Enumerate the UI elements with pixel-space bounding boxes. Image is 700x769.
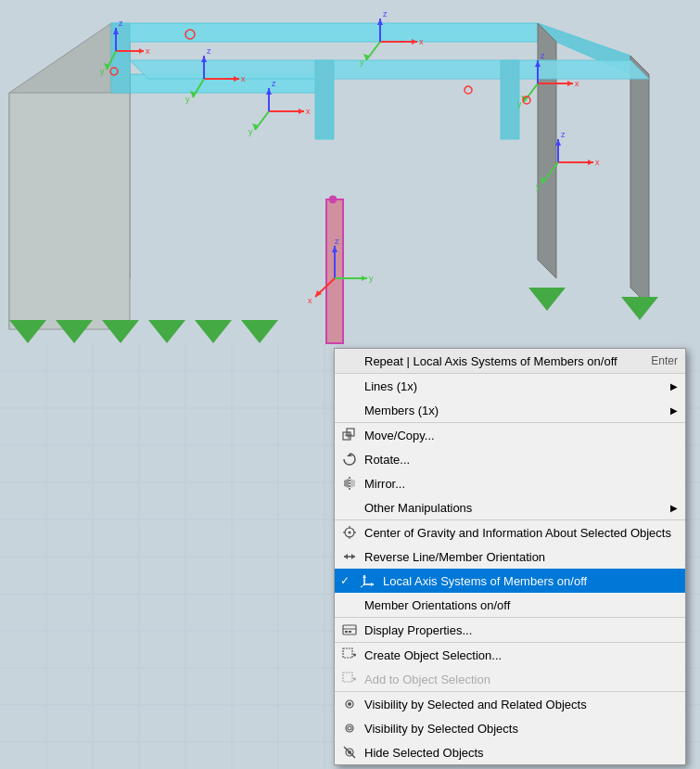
local-axis-icon	[359, 571, 377, 590]
menu-item-other-manip[interactable]: Other Manipulations ▶	[335, 495, 685, 519]
svg-text:z: z	[541, 51, 545, 60]
menu-item-rotate[interactable]: Rotate...	[335, 447, 685, 471]
menu-item-vis-related[interactable]: Visibility by Selected and Related Objec…	[335, 691, 685, 716]
svg-marker-117	[350, 479, 355, 488]
menu-item-create-sel[interactable]: Create Object Selection...	[335, 642, 685, 667]
menu-item-vis-selected[interactable]: Visibility by Selected Objects	[335, 716, 685, 740]
svg-text:z: z	[207, 46, 211, 56]
svg-marker-28	[315, 60, 519, 79]
other-manip-arrow: ▶	[670, 503, 678, 513]
svg-text:y: y	[248, 127, 253, 136]
svg-marker-130	[363, 575, 366, 578]
add-sel-label: Add to Object Selection	[364, 673, 678, 686]
svg-text:x: x	[419, 37, 424, 46]
svg-text:y: y	[360, 58, 364, 67]
svg-text:x: x	[146, 46, 150, 56]
svg-marker-128	[371, 583, 374, 586]
svg-line-131	[361, 584, 364, 587]
display-props-icon	[340, 621, 359, 639]
menu-item-local-axis[interactable]: ✓ Local Axis Systems of Members on/off	[335, 569, 685, 593]
svg-marker-116	[344, 479, 349, 488]
menu-header-label: Repeat | Local Axis Systems of Members o…	[364, 354, 632, 368]
center-gravity-icon	[340, 523, 359, 542]
svg-text:z: z	[119, 19, 123, 28]
svg-marker-31	[315, 60, 334, 139]
svg-rect-135	[349, 631, 351, 633]
svg-text:z: z	[561, 130, 566, 139]
svg-text:y: y	[536, 182, 541, 191]
create-sel-label: Create Object Selection...	[364, 648, 678, 662]
center-gravity-label: Center of Gravity and Information About …	[364, 526, 678, 540]
menu-header-item[interactable]: Repeat | Local Axis Systems of Members o…	[335, 349, 685, 374]
svg-text:y: y	[185, 95, 190, 104]
svg-text:x: x	[595, 158, 600, 167]
reverse-line-icon	[340, 547, 359, 566]
lines-icon	[340, 377, 359, 395]
members-label: Members (1x)	[364, 404, 661, 417]
svg-marker-27	[130, 60, 334, 79]
svg-text:y: y	[100, 67, 105, 76]
menu-item-center-gravity[interactable]: Center of Gravity and Information About …	[335, 519, 685, 545]
svg-marker-125	[344, 554, 348, 559]
other-manip-icon	[340, 498, 359, 517]
svg-marker-24	[630, 56, 649, 306]
members-icon	[340, 401, 359, 419]
svg-point-148	[348, 750, 351, 754]
menu-item-hide-selected[interactable]: Hide Selected Objects	[335, 740, 685, 764]
menu-item-members[interactable]: Members (1x) ▶	[335, 398, 685, 422]
svg-marker-32	[501, 60, 519, 139]
svg-text:y: y	[369, 274, 374, 283]
rotate-icon	[340, 450, 359, 468]
menu-header-shortcut: Enter	[651, 354, 678, 367]
menu-item-member-orient[interactable]: Member Orientations on/off	[335, 593, 685, 617]
svg-rect-132	[343, 625, 356, 634]
svg-point-143	[348, 702, 351, 706]
create-sel-icon	[340, 646, 359, 664]
svg-text:z: z	[383, 9, 388, 19]
svg-text:x: x	[306, 107, 311, 116]
menu-item-add-sel: Add to Object Selection	[335, 667, 685, 691]
member-orient-icon	[340, 596, 359, 614]
menu-item-move-copy[interactable]: Move/Copy...	[335, 422, 685, 447]
header-icon	[340, 352, 359, 370]
reverse-line-label: Reverse Line/Member Orientation	[364, 550, 678, 564]
other-manip-label: Other Manipulations	[364, 501, 661, 515]
svg-text:x: x	[575, 79, 579, 88]
svg-text:x: x	[308, 296, 312, 305]
svg-rect-139	[343, 673, 352, 682]
vis-related-label: Visibility by Selected and Related Objec…	[364, 698, 678, 711]
rotate-label: Rotate...	[364, 453, 678, 467]
vis-related-icon	[340, 695, 359, 713]
svg-text:y: y	[517, 99, 522, 109]
lines-label: Lines (1x)	[364, 379, 661, 393]
member-orient-label: Member Orientations on/off	[364, 598, 678, 612]
menu-item-mirror[interactable]: Mirror...	[335, 471, 685, 495]
vis-selected-icon	[340, 719, 359, 737]
checkmark-icon: ✓	[340, 574, 355, 587]
svg-text:x: x	[241, 74, 246, 83]
menu-item-reverse-line[interactable]: Reverse Line/Member Orientation	[335, 545, 685, 569]
menu-item-display-props[interactable]: Display Properties...	[335, 617, 685, 642]
svg-rect-136	[343, 648, 352, 658]
mirror-icon	[340, 474, 359, 493]
display-props-label: Display Properties...	[364, 623, 678, 637]
local-axis-label: Local Axis Systems of Members on/off	[383, 574, 678, 588]
hide-selected-label: Hide Selected Objects	[364, 746, 678, 760]
svg-marker-126	[351, 554, 355, 559]
mirror-label: Mirror...	[364, 477, 678, 491]
svg-text:z: z	[272, 79, 276, 88]
menu-item-lines[interactable]: Lines (1x) ▶	[335, 374, 685, 398]
move-copy-label: Move/Copy...	[364, 429, 678, 442]
vis-selected-label: Visibility by Selected Objects	[364, 722, 678, 736]
svg-rect-134	[345, 631, 348, 633]
svg-point-109	[329, 196, 337, 203]
svg-marker-29	[501, 60, 649, 79]
svg-point-144	[346, 724, 353, 732]
svg-marker-19	[111, 23, 556, 42]
hide-selected-icon	[340, 743, 359, 762]
svg-marker-26	[9, 93, 130, 329]
svg-point-145	[348, 726, 351, 730]
move-copy-icon	[340, 426, 359, 444]
svg-point-119	[349, 532, 351, 534]
svg-text:z: z	[335, 237, 339, 246]
